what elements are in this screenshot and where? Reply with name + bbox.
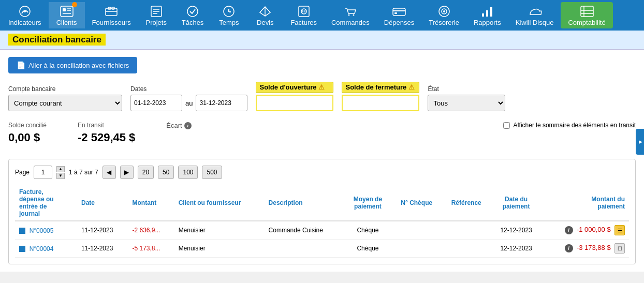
etat-group: État Tous Concilié Non concilié xyxy=(428,85,505,111)
cell-reference-2 xyxy=(442,240,491,258)
th-date-paiement: Date dupaiement xyxy=(491,185,541,221)
nav-item-projets[interactable]: Projets xyxy=(138,2,174,28)
svg-rect-2 xyxy=(61,6,73,17)
cell-date-paiement-1: 12-12-2023 xyxy=(491,221,541,240)
th-description: Description xyxy=(265,185,344,221)
cell-date-1: 11-12-2023 xyxy=(77,221,128,240)
svg-rect-27 xyxy=(394,12,397,14)
nav-item-devis[interactable]: Devis xyxy=(247,2,283,28)
th-facture: Facture,dépense ouentrée dejournal xyxy=(15,185,77,221)
page-input[interactable] xyxy=(34,166,52,179)
cell-description-1: Commande Cuisine xyxy=(265,221,344,240)
svg-point-23 xyxy=(348,14,349,16)
th-cheque: N° Chèque xyxy=(391,185,442,221)
per-page-20[interactable]: 20 xyxy=(138,166,154,179)
nav-item-tresorerie[interactable]: Trésorerie xyxy=(421,2,466,28)
nav-item-temps[interactable]: Temps xyxy=(211,2,247,28)
cell-client-2: Menuisier xyxy=(174,240,265,258)
nav-item-factures[interactable]: Factures xyxy=(283,2,324,28)
nav-label-temps: Temps xyxy=(219,19,239,26)
nav-item-comptabilite[interactable]: Comptabilité xyxy=(561,2,612,28)
nav-label-tresorerie: Trésorerie xyxy=(429,19,459,26)
solde-ouverture-input[interactable] xyxy=(256,95,333,111)
th-montant-paiement: Montant dupaiement xyxy=(541,185,629,221)
nav-item-commandes[interactable]: Commandes xyxy=(324,2,377,28)
cell-montant-1: -2 636,9... xyxy=(128,221,174,240)
svg-point-15 xyxy=(187,6,198,17)
dates-group: Dates au xyxy=(130,85,247,111)
solde-fermeture-input[interactable] xyxy=(342,95,419,111)
nav-item-taches[interactable]: Tâches xyxy=(174,2,211,28)
page-up-btn[interactable]: ▲ xyxy=(56,166,65,172)
th-montant: Montant xyxy=(128,185,174,221)
svg-rect-33 xyxy=(490,7,492,17)
info-btn-1[interactable]: i xyxy=(565,226,573,234)
solde-concilie-label: Solde concilié xyxy=(8,122,47,129)
afficher-label: Afficher le sommaire des éléments en tra… xyxy=(513,122,636,129)
nav-item-depenses[interactable]: Dépenses xyxy=(377,2,422,28)
cell-montant-paiement-2: i -3 173,88 $ ☐ xyxy=(541,240,629,258)
file-icon: 📄 xyxy=(17,61,25,69)
amount-1: -1 000,00 $ xyxy=(577,226,611,233)
cell-montant-paiement-1: i -1 000,00 $ ☰ xyxy=(541,221,629,240)
link-facture-2[interactable]: N°00004 xyxy=(30,245,54,252)
nav-item-indicateurs[interactable]: Indicateurs xyxy=(1,2,49,28)
pagination-row: Page ▲ ▼ 1 à 7 sur 7 ◀ ▶ 20 50 100 500 xyxy=(15,166,629,179)
cell-facture-2: N°00004 xyxy=(15,240,77,258)
nav-next-btn[interactable]: ▶ xyxy=(120,166,134,179)
afficher-checkbox[interactable] xyxy=(503,122,510,129)
date-to-input[interactable] xyxy=(196,95,247,111)
main-table: Facture,dépense ouentrée dejournal Date … xyxy=(15,185,629,258)
solde-fermeture-label: Solde de fermeture xyxy=(345,83,406,91)
cell-date-paiement-2: 12-12-2023 xyxy=(491,240,541,258)
compte-label: Compte bancaire xyxy=(8,85,122,93)
nav-prev-btn[interactable]: ◀ xyxy=(103,166,116,179)
page-down-btn[interactable]: ▼ xyxy=(56,173,65,179)
svg-rect-19 xyxy=(299,6,309,17)
amount-2: -3 173,88 $ xyxy=(577,244,611,251)
cell-description-2 xyxy=(265,240,344,258)
compte-group: Compte bancaire Compte courant xyxy=(8,85,122,111)
nav-item-clients[interactable]: Clients xyxy=(49,2,85,28)
per-page-500[interactable]: 500 xyxy=(202,166,222,179)
info-btn-2[interactable]: i xyxy=(565,244,573,252)
date-separator: au xyxy=(185,99,193,107)
date-from-input[interactable] xyxy=(130,95,182,111)
etat-select[interactable]: Tous Concilié Non concilié xyxy=(428,95,505,111)
table-section: Page ▲ ▼ 1 à 7 sur 7 ◀ ▶ 20 50 100 500 F… xyxy=(8,159,636,264)
warning-icon-ouverture: ⚠ xyxy=(318,83,325,91)
en-transit-label: En transit xyxy=(78,122,135,129)
per-page-50[interactable]: 50 xyxy=(158,166,174,179)
nav-label-clients: Clients xyxy=(56,19,77,26)
en-transit-value: -2 529,45 $ xyxy=(78,131,135,144)
nav-item-kiwili-disque[interactable]: Kiwili Disque xyxy=(508,2,561,28)
svg-rect-3 xyxy=(63,8,66,11)
compte-select[interactable]: Compte courant xyxy=(8,95,122,111)
svg-rect-34 xyxy=(581,6,593,17)
nav-label-taches: Tâches xyxy=(182,19,204,26)
cell-date-2: 11-12-2023 xyxy=(77,240,128,258)
th-date: Date xyxy=(77,185,128,221)
btn-conciliation[interactable]: 📄 Aller à la conciliation avec fichiers xyxy=(8,57,137,73)
cell-reference-1 xyxy=(442,221,491,240)
solde-ouverture-group: Solde d'ouverture ⚠ xyxy=(256,82,333,111)
nav-item-fournisseurs[interactable]: Fournisseurs xyxy=(85,2,138,28)
ecart-info-icon[interactable]: i xyxy=(184,122,192,129)
cell-client-1: Menuisier xyxy=(174,221,265,240)
action-btn-1[interactable]: ☰ xyxy=(614,225,625,235)
page-info: 1 à 7 sur 7 xyxy=(69,169,98,176)
link-facture-1[interactable]: N°00005 xyxy=(30,227,54,234)
solde-ouverture-label: Solde d'ouverture xyxy=(259,83,316,91)
summary-row: Solde concilié 0,00 $ En transit -2 529,… xyxy=(8,122,636,152)
th-moyen: Moyen depaiement xyxy=(344,185,391,221)
per-page-100[interactable]: 100 xyxy=(178,166,198,179)
right-sidebar-hint[interactable]: ▶ xyxy=(636,129,644,155)
solde-ouverture-header: Solde d'ouverture ⚠ xyxy=(256,82,333,93)
svg-rect-32 xyxy=(486,10,488,17)
cell-montant-2: -5 173,8... xyxy=(128,240,174,258)
nav-item-rapports[interactable]: Rapports xyxy=(466,2,508,28)
action-btn-2[interactable]: ☐ xyxy=(614,243,625,254)
afficher-checkbox-group: Afficher le sommaire des éléments en tra… xyxy=(503,122,636,129)
nav-label-devis: Devis xyxy=(257,19,274,26)
nav-label-factures: Factures xyxy=(290,19,317,26)
